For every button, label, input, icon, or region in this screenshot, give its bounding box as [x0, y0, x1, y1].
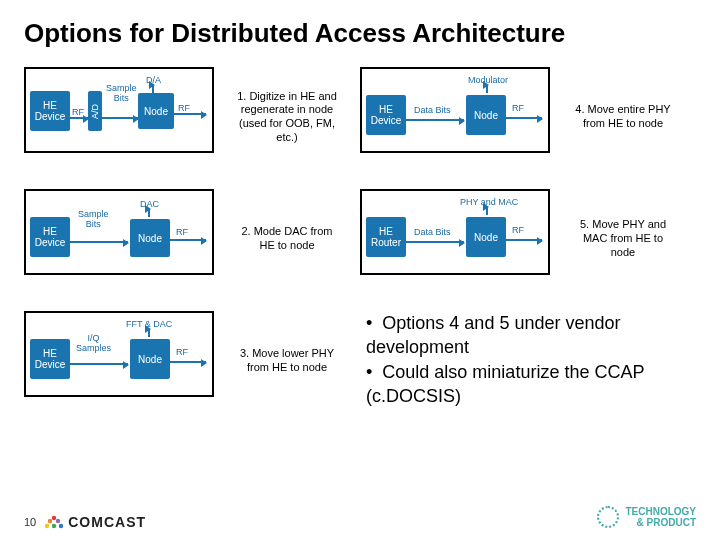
caption-3: 3. Move lower PHY from HE to node: [232, 343, 342, 379]
rf-label: RF: [176, 227, 188, 237]
tp-top: TECHNOLOGY: [625, 506, 696, 517]
arrow-icon: [170, 361, 206, 363]
sample-bits-label: Sample Bits: [78, 209, 109, 229]
caption-5: 5. Move PHY and MAC from HE to node: [568, 214, 678, 263]
tech-product-logo: TECHNOLOGY & PRODUCT: [597, 506, 696, 528]
peacock-icon: [44, 514, 64, 530]
caption-1: 1. Digitize in HE and regenerate in node…: [232, 86, 342, 149]
svg-point-0: [45, 524, 49, 528]
diagram-5-cell: HE Router Data Bits PHY and MAC Node RF: [360, 189, 550, 289]
content-grid: HE Device RF A/D Sample Bits D/A Node RF…: [24, 67, 696, 411]
he-device-box: HE Device: [366, 95, 406, 135]
he-router-box: HE Router: [366, 217, 406, 257]
svg-point-4: [59, 524, 63, 528]
caption-2: 2. Mode DAC from HE to node: [232, 221, 342, 257]
arrow-icon: [506, 239, 542, 241]
data-bits-label: Data Bits: [414, 105, 451, 115]
diagram-4: HE Device Data Bits Modulator Node RF: [360, 67, 550, 153]
arrow-down-icon: [486, 207, 488, 215]
caption-5-cell: 5. Move PHY and MAC from HE to node: [568, 189, 678, 289]
he-device-box: HE Device: [30, 91, 70, 131]
page-number: 10: [24, 516, 36, 528]
caption-4: 4. Move entire PHY from HE to node: [568, 99, 678, 135]
footer-left: 10 COMCAST: [24, 514, 146, 530]
he-device-box: HE Device: [30, 217, 70, 257]
diagram-3: HE Device I/Q Samples FFT & DAC Node RF: [24, 311, 214, 397]
arrow-icon: [174, 113, 206, 115]
data-bits-label: Data Bits: [414, 227, 451, 237]
he-device-box: HE Device: [30, 339, 70, 379]
svg-point-1: [48, 519, 52, 523]
phy-mac-label: PHY and MAC: [460, 197, 518, 207]
diagram-4-cell: HE Device Data Bits Modulator Node RF: [360, 67, 550, 167]
arrow-icon: [70, 241, 128, 243]
svg-point-2: [52, 516, 56, 520]
bullet-list: Options 4 and 5 under vendor development…: [360, 311, 678, 411]
sample-bits-label: Sample Bits: [106, 83, 137, 103]
node-box: Node: [466, 95, 506, 135]
diagram-1-cell: HE Device RF A/D Sample Bits D/A Node RF: [24, 67, 214, 167]
caption-1-cell: 1. Digitize in HE and regenerate in node…: [232, 67, 342, 167]
arrow-down-icon: [148, 329, 150, 337]
diagram-2: HE Device Sample Bits DAC Node RF: [24, 189, 214, 275]
rf-label: RF: [176, 347, 188, 357]
ad-box: A/D: [88, 91, 102, 131]
caption-2-cell: 2. Mode DAC from HE to node: [232, 189, 342, 289]
arrow-icon: [506, 117, 542, 119]
svg-point-3: [56, 519, 60, 523]
node-box: Node: [130, 219, 170, 257]
iq-samples-label: I/Q Samples: [76, 333, 111, 353]
arrow-icon: [170, 239, 206, 241]
diagram-2-cell: HE Device Sample Bits DAC Node RF: [24, 189, 214, 289]
diagram-5: HE Router Data Bits PHY and MAC Node RF: [360, 189, 550, 275]
comcast-text: COMCAST: [68, 514, 146, 530]
arrow-down-icon: [148, 209, 150, 217]
tp-bottom: & PRODUCT: [625, 517, 696, 528]
comcast-logo: COMCAST: [44, 514, 146, 530]
bullet-1: Options 4 and 5 under vendor development: [366, 311, 678, 360]
rf-label: RF: [512, 103, 524, 113]
rf-label: RF: [512, 225, 524, 235]
arrow-icon: [406, 241, 464, 243]
caption-4-cell: 4. Move entire PHY from HE to node: [568, 67, 678, 167]
arrow-icon: [70, 117, 88, 119]
arrow-icon: [406, 119, 464, 121]
node-box: Node: [466, 217, 506, 257]
arrow-icon: [70, 363, 128, 365]
node-box: Node: [138, 93, 174, 129]
arrow-down-icon: [152, 85, 154, 93]
arrow-icon: [102, 117, 138, 119]
caption-3-cell: 3. Move lower PHY from HE to node: [232, 311, 342, 411]
diagram-3-cell: HE Device I/Q Samples FFT & DAC Node RF: [24, 311, 214, 411]
arrow-down-icon: [486, 85, 488, 93]
diagram-1: HE Device RF A/D Sample Bits D/A Node RF: [24, 67, 214, 153]
rf-label: RF: [178, 103, 190, 113]
svg-point-5: [52, 524, 56, 528]
node-box: Node: [130, 339, 170, 379]
bullet-2: Could also miniaturize the CCAP (c.DOCSI…: [366, 360, 678, 409]
slide: Options for Distributed Access Architect…: [0, 0, 720, 540]
page-title: Options for Distributed Access Architect…: [24, 18, 696, 49]
swirl-icon: [597, 506, 619, 528]
